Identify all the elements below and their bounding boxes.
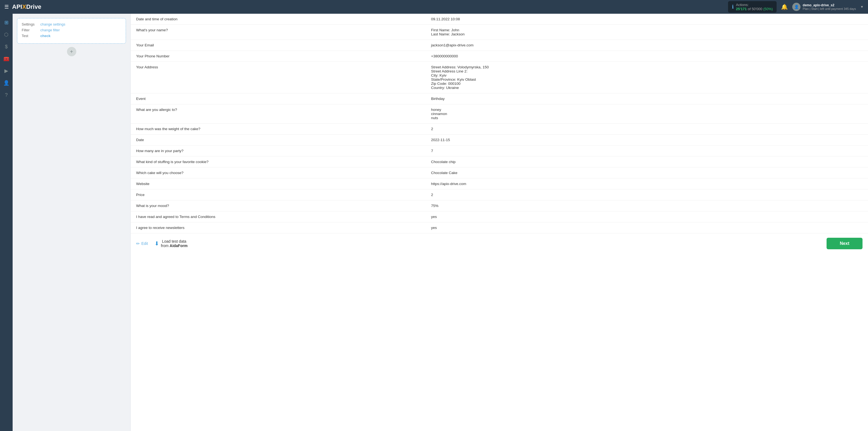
field-value: First Name: JohnLast Name: Jackson bbox=[426, 25, 868, 40]
table-row: Your AddressStreet Address: Volodymyrska… bbox=[131, 62, 868, 93]
load-test-data-button[interactable]: ⬇ Load test data from AidaForm bbox=[155, 239, 187, 248]
topnav: ☰ APIXDrive ℹ Actions: 25'171 of 50'000 … bbox=[0, 0, 868, 14]
actions-pct: (50%) bbox=[763, 7, 773, 11]
field-value: 09.11.2022 10:08 bbox=[426, 14, 868, 25]
sidebar-item-billing[interactable]: $ bbox=[1, 41, 12, 52]
field-label: I agree to receive newsletters bbox=[131, 222, 426, 233]
table-row: How much was the weight of the cake?2 bbox=[131, 124, 868, 134]
actions-text: Actions: 25'171 of 50'000 (50%) bbox=[736, 3, 773, 11]
field-label: How many are in your party? bbox=[131, 146, 426, 156]
field-value: https://apix-drive.com bbox=[426, 179, 868, 189]
field-label: Your Email bbox=[131, 40, 426, 51]
field-label: Event bbox=[131, 93, 426, 104]
table-row: Which cake will you choose?Chocolate Cak… bbox=[131, 167, 868, 179]
info-icon: ℹ bbox=[732, 4, 734, 10]
sidebar-item-help[interactable]: ? bbox=[1, 90, 12, 100]
field-value: jackson1@apix-drive.com bbox=[426, 40, 868, 51]
connector-card: Settings change settings Filter change f… bbox=[17, 18, 126, 44]
edit-label: Edit bbox=[141, 241, 148, 246]
logo-api: API bbox=[12, 3, 22, 10]
field-label: What's your name? bbox=[131, 25, 426, 40]
field-label: Date and time of creation bbox=[131, 14, 426, 25]
table-row: What is your mood?75% bbox=[131, 201, 868, 211]
logo-drive: Drive bbox=[26, 3, 41, 10]
sidebar-item-profile[interactable]: 👤 bbox=[1, 78, 12, 88]
table-row: Websitehttps://apix-drive.com bbox=[131, 179, 868, 189]
actions-badge: ℹ Actions: 25'171 of 50'000 (50%) bbox=[728, 1, 777, 12]
field-value: Street Address: Volodymyrska, 150Street … bbox=[426, 62, 868, 93]
field-value: 7 bbox=[426, 146, 868, 156]
table-row: Your Phone Number+380000000000 bbox=[131, 51, 868, 62]
table-row: Your Emailjackson1@apix-drive.com bbox=[131, 40, 868, 51]
logo-x: X bbox=[22, 3, 26, 10]
right-footer: ✏ Edit ⬇ Load test data from AidaForm Ne… bbox=[131, 233, 868, 254]
field-value: yes bbox=[426, 222, 868, 233]
field-label: Your Address bbox=[131, 62, 426, 93]
data-table: Date and time of creation09.11.2022 10:0… bbox=[131, 14, 868, 233]
field-value: honeycinnamonnuts bbox=[426, 104, 868, 124]
field-value: 2 bbox=[426, 124, 868, 134]
pencil-icon: ✏ bbox=[136, 241, 140, 246]
actions-count: 25'171 bbox=[736, 7, 747, 11]
field-label: What are you allergic to? bbox=[131, 104, 426, 124]
table-row: Date and time of creation09.11.2022 10:0… bbox=[131, 14, 868, 25]
edit-button[interactable]: ✏ Edit bbox=[136, 241, 148, 246]
field-label: Website bbox=[131, 179, 426, 189]
change-filter-link[interactable]: change filter bbox=[40, 28, 60, 32]
bell-icon[interactable]: 🔔 bbox=[781, 4, 788, 10]
table-row: What's your name?First Name: JohnLast Na… bbox=[131, 25, 868, 40]
filter-label: Filter bbox=[22, 28, 38, 32]
table-row: EventBirthday bbox=[131, 93, 868, 104]
sidebar-item-tools[interactable]: 🧰 bbox=[1, 53, 12, 64]
field-value: +380000000000 bbox=[426, 51, 868, 62]
user-name: demo_apix-drive_s2 bbox=[803, 3, 856, 7]
test-label: Test bbox=[22, 34, 38, 38]
chevron-down-icon[interactable]: ▼ bbox=[860, 5, 864, 9]
field-label: Which cake will you choose? bbox=[131, 167, 426, 179]
user-info: 👤 demo_apix-drive_s2 Plan | Start | left… bbox=[792, 3, 864, 11]
settings-label: Settings bbox=[22, 22, 38, 26]
main-wrapper: Settings change settings Filter change f… bbox=[12, 14, 868, 431]
logo: APIXDrive bbox=[12, 3, 41, 10]
field-label: How much was the weight of the cake? bbox=[131, 124, 426, 134]
table-row: What kind of stuffing is your favorite c… bbox=[131, 156, 868, 167]
menu-icon[interactable]: ☰ bbox=[4, 4, 9, 10]
table-row: Price2 bbox=[131, 189, 868, 201]
next-button[interactable]: Next bbox=[827, 238, 863, 249]
field-label: Price bbox=[131, 189, 426, 201]
field-value: 2022-11-15 bbox=[426, 134, 868, 146]
field-value: Chocolate Cake bbox=[426, 167, 868, 179]
table-row: What are you allergic to?honeycinnamonnu… bbox=[131, 104, 868, 124]
sidebar-item-connections[interactable]: ⬡ bbox=[1, 29, 12, 40]
table-row: Date2022-11-15 bbox=[131, 134, 868, 146]
field-label: I have read and agreed to Terms and Cond… bbox=[131, 211, 426, 222]
sidebar-item-video[interactable]: ▶ bbox=[1, 65, 12, 76]
service-name: AidaForm bbox=[169, 244, 187, 248]
field-value: 2 bbox=[426, 189, 868, 201]
field-label: Your Phone Number bbox=[131, 51, 426, 62]
settings-row: Settings change settings bbox=[22, 22, 121, 26]
field-value: Birthday bbox=[426, 93, 868, 104]
field-label: What kind of stuffing is your favorite c… bbox=[131, 156, 426, 167]
change-settings-link[interactable]: change settings bbox=[40, 22, 65, 26]
test-row: Test check bbox=[22, 34, 121, 38]
sidebar: ⊞ ⬡ $ 🧰 ▶ 👤 ? bbox=[0, 14, 12, 431]
field-value: Chocolate chip bbox=[426, 156, 868, 167]
avatar: 👤 bbox=[792, 3, 801, 11]
sidebar-item-dashboard[interactable]: ⊞ bbox=[1, 17, 12, 28]
right-panel: Date and time of creation09.11.2022 10:0… bbox=[131, 14, 868, 431]
user-plan: Plan | Start | left until payment 345 da… bbox=[803, 7, 856, 10]
download-icon: ⬇ bbox=[155, 240, 159, 247]
actions-label: Actions: bbox=[736, 3, 749, 7]
table-row: I agree to receive newslettersyes bbox=[131, 222, 868, 233]
table-row: How many are in your party?7 bbox=[131, 146, 868, 156]
check-link[interactable]: check bbox=[40, 34, 51, 38]
field-label: Date bbox=[131, 134, 426, 146]
user-details: demo_apix-drive_s2 Plan | Start | left u… bbox=[803, 3, 856, 10]
field-value: 75% bbox=[426, 201, 868, 211]
field-value: yes bbox=[426, 211, 868, 222]
add-button[interactable]: + bbox=[67, 47, 76, 56]
actions-total: of 50'000 bbox=[748, 7, 764, 11]
field-label: What is your mood? bbox=[131, 201, 426, 211]
load-label: Load test data from AidaForm bbox=[161, 239, 187, 248]
